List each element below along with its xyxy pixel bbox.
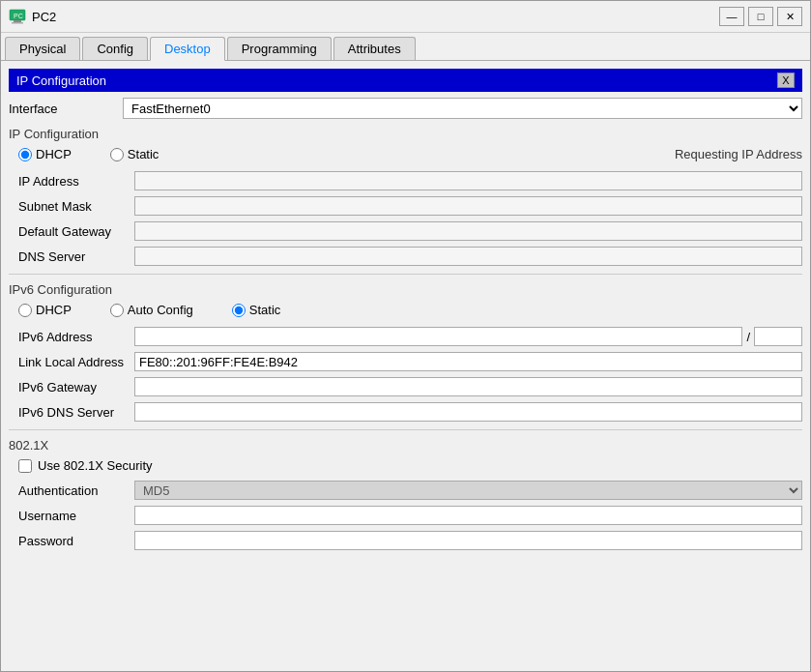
panel-close-button[interactable]: X <box>777 73 795 88</box>
ip-config-section-label: IP Configuration <box>9 127 802 141</box>
auth-label: Authentication <box>9 483 134 498</box>
password-label: Password <box>9 534 134 548</box>
ipv6-address-input[interactable] <box>134 327 742 346</box>
default-gateway-row: Default Gateway <box>9 221 802 241</box>
username-row: Username <box>9 506 802 525</box>
ipv6-gateway-label: IPv6 Gateway <box>9 380 134 394</box>
ipv6-dns-input[interactable] <box>134 402 802 422</box>
static-label: Static <box>128 147 159 161</box>
interface-select[interactable]: FastEthernet0 <box>123 98 802 119</box>
ipv6-auto-radio[interactable] <box>110 304 124 317</box>
static-radio[interactable] <box>110 148 124 161</box>
window-title: PC2 <box>32 10 713 24</box>
dns-server-label: DNS Server <box>9 249 134 264</box>
subnet-mask-input[interactable] <box>134 196 802 216</box>
window-controls: — □ ✕ <box>719 7 802 26</box>
ip-status-text: Requesting IP Address <box>675 147 802 161</box>
ipv6-address-row: IPv6 Address / <box>9 327 802 346</box>
auth-row: Authentication MD5 <box>9 481 802 500</box>
use-dot1x-row: Use 802.1X Security <box>9 458 802 473</box>
dns-server-input[interactable] <box>134 247 802 266</box>
svg-rect-2 <box>12 22 23 24</box>
title-bar: PC PC2 — □ ✕ <box>1 1 810 33</box>
ip-address-row: IP Address <box>9 171 802 190</box>
ip-mode-row: DHCP Static Requesting IP Address <box>18 147 802 161</box>
password-row: Password <box>9 531 802 550</box>
dns-server-row: DNS Server <box>9 247 802 266</box>
ipv6-gateway-row: IPv6 Gateway <box>9 377 802 396</box>
link-local-input[interactable] <box>134 352 802 371</box>
dhcp-label: DHCP <box>36 147 72 161</box>
maximize-button[interactable]: □ <box>748 7 773 26</box>
interface-row: Interface FastEthernet0 <box>9 98 802 119</box>
minimize-button[interactable]: — <box>719 7 744 26</box>
username-label: Username <box>9 509 134 523</box>
panel-title: IP Configuration <box>16 73 106 88</box>
use-dot1x-label: Use 802.1X Security <box>38 458 153 473</box>
tab-physical[interactable]: Physical <box>5 37 80 60</box>
tab-attributes[interactable]: Attributes <box>333 37 416 60</box>
ipv6-slash: / <box>742 330 754 344</box>
username-input[interactable] <box>134 506 802 525</box>
auth-select[interactable]: MD5 <box>134 481 802 500</box>
close-button[interactable]: ✕ <box>777 7 802 26</box>
ipv6-dns-label: IPv6 DNS Server <box>9 405 134 420</box>
content-area: IP Configuration X Interface FastEtherne… <box>1 61 810 671</box>
pc-icon: PC <box>9 8 26 25</box>
svg-rect-1 <box>14 20 21 22</box>
ipv6-dhcp-radio-label[interactable]: DHCP <box>18 303 72 317</box>
use-dot1x-checkbox[interactable] <box>18 459 32 473</box>
tab-bar: Physical Config Desktop Programming Attr… <box>1 33 810 61</box>
ipv6-auto-label: Auto Config <box>128 303 193 317</box>
divider-2 <box>9 429 802 430</box>
link-local-row: Link Local Address <box>9 352 802 371</box>
divider-1 <box>9 274 802 275</box>
main-window: PC PC2 — □ ✕ Physical Config Desktop Pro… <box>0 0 811 672</box>
svg-text:PC: PC <box>14 13 23 19</box>
default-gateway-input[interactable] <box>134 221 802 241</box>
panel-header: IP Configuration X <box>9 69 802 92</box>
default-gateway-label: Default Gateway <box>9 224 134 239</box>
tab-programming[interactable]: Programming <box>227 37 332 60</box>
ip-address-label: IP Address <box>9 174 134 189</box>
tab-desktop[interactable]: Desktop <box>150 37 225 61</box>
ipv6-static-radio-label[interactable]: Static <box>232 303 281 317</box>
static-radio-label[interactable]: Static <box>110 147 159 161</box>
dhcp-radio[interactable] <box>18 148 32 161</box>
ipv6-gateway-input[interactable] <box>134 377 802 396</box>
ipv6-dhcp-radio[interactable] <box>18 304 32 317</box>
subnet-mask-label: Subnet Mask <box>9 199 134 214</box>
dhcp-radio-label[interactable]: DHCP <box>18 147 72 161</box>
ipv6-address-label: IPv6 Address <box>9 330 134 344</box>
password-input[interactable] <box>134 531 802 550</box>
ip-address-input[interactable] <box>134 171 802 190</box>
interface-label: Interface <box>9 102 115 116</box>
tab-config[interactable]: Config <box>82 37 148 60</box>
ipv6-dhcp-label: DHCP <box>36 303 72 317</box>
link-local-label: Link Local Address <box>9 355 134 369</box>
ipv6-static-label: Static <box>249 303 281 317</box>
ipv6-static-radio[interactable] <box>232 304 246 317</box>
ipv6-mode-row: DHCP Auto Config Static <box>18 303 802 317</box>
ipv6-config-section-label: IPv6 Configuration <box>9 282 802 297</box>
ipv6-prefix-input[interactable] <box>754 327 802 346</box>
subnet-mask-row: Subnet Mask <box>9 196 802 216</box>
dot1x-section-label: 802.1X <box>9 438 802 453</box>
ipv6-dns-row: IPv6 DNS Server <box>9 402 802 422</box>
ipv6-auto-radio-label[interactable]: Auto Config <box>110 303 193 317</box>
